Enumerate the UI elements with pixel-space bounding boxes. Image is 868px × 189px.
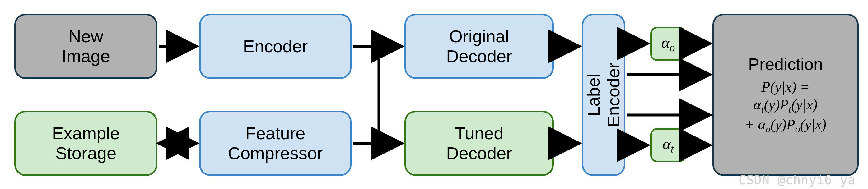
node-original-decoder: OriginalDecoder — [404, 14, 554, 79]
label: LabelEncoder — [584, 62, 624, 127]
node-label-encoder: LabelEncoder — [582, 14, 625, 176]
label: FeatureCompressor — [228, 123, 323, 163]
label: NewImage — [62, 26, 110, 66]
prediction-eq1: P(y|x) = — [762, 78, 810, 96]
label: ExampleStorage — [52, 123, 120, 163]
prediction-eq3: + αo(y)Po(y|x) — [745, 116, 826, 135]
node-tuned-decoder: TunedDecoder — [404, 111, 554, 176]
prediction-eq2: αt(y)Pt(y|x) — [753, 96, 817, 115]
node-new-image: NewImage — [14, 14, 157, 79]
node-encoder: Encoder — [199, 14, 351, 79]
node-alpha-t: αt — [650, 128, 686, 162]
watermark: CSDN @chnyi6_ya — [739, 173, 856, 187]
label: OriginalDecoder — [446, 26, 512, 66]
label: Encoder — [243, 36, 308, 56]
node-alpha-o: αo — [650, 27, 686, 61]
label: TunedDecoder — [446, 123, 512, 163]
label: αt — [663, 135, 674, 155]
node-example-storage: ExampleStorage — [14, 111, 157, 176]
label: αo — [661, 34, 675, 54]
prediction-title: Prediction — [748, 54, 823, 74]
node-prediction: Prediction P(y|x) = αt(y)Pt(y|x) + αo(y)… — [712, 14, 859, 176]
node-feature-compressor: FeatureCompressor — [199, 111, 351, 176]
